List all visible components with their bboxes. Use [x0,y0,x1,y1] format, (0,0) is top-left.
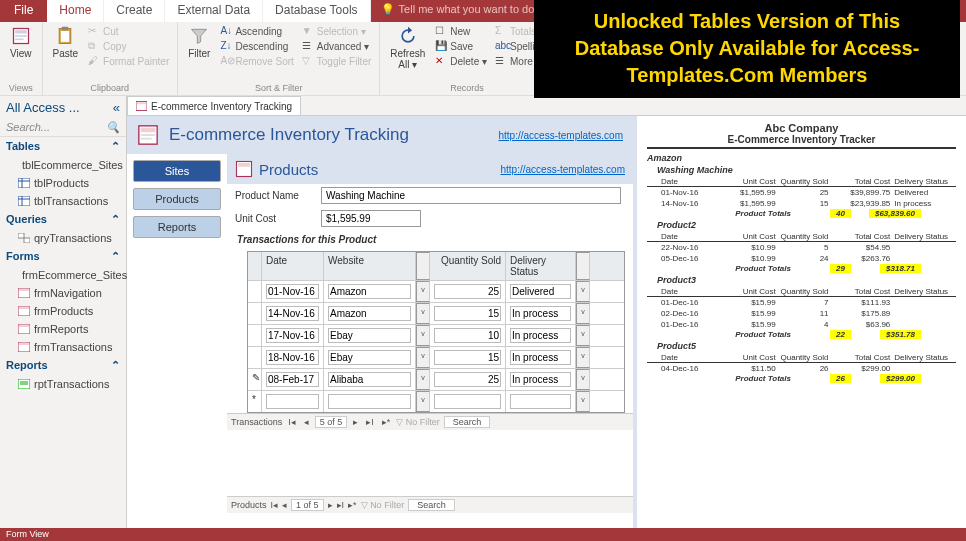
dropdown-icon[interactable]: v [416,369,430,390]
nav-item-table[interactable]: tblProducts [0,174,126,192]
nav-last-button[interactable]: ▸I [337,500,345,510]
nav-new-button[interactable]: ▸* [380,417,393,427]
nav-item-table[interactable]: tblEcommerce_Sites [0,156,126,174]
nav-search-input[interactable]: Search... [6,121,50,134]
row-selector[interactable] [248,325,262,346]
dropdown-icon[interactable]: v [416,303,430,324]
nav-search[interactable]: Search [408,499,455,511]
row-selector[interactable] [248,347,262,368]
grid-row[interactable]: v v [248,346,624,368]
collapse-icon[interactable]: ⌃ [111,250,120,263]
website-cell[interactable] [328,350,411,365]
nav-item-report[interactable]: rptTransactions [0,375,126,393]
collapse-icon[interactable]: ⌃ [111,213,120,226]
unit-cost-input[interactable] [321,210,421,227]
dropdown-icon[interactable]: v [576,303,590,324]
date-cell[interactable] [266,306,319,321]
nav-button-sites[interactable]: Sites [133,160,221,182]
subform-link[interactable]: http://access-templates.com [501,164,626,175]
row-selector[interactable]: ✎ [248,369,262,390]
nav-prev-button[interactable]: ◂ [302,417,311,427]
delete-record-button[interactable]: ✕Delete ▾ [433,54,489,68]
date-cell[interactable] [266,394,319,409]
dropdown-icon[interactable]: v [416,325,430,346]
dropdown-icon[interactable]: v [576,347,590,368]
nav-search[interactable]: Search [444,416,491,428]
col-website[interactable]: Website [324,252,416,280]
website-cell[interactable] [328,306,411,321]
dropdown-icon[interactable]: v [576,325,590,346]
dropdown-icon[interactable]: v [416,347,430,368]
website-cell[interactable] [328,328,411,343]
tab-create[interactable]: Create [104,0,165,22]
nav-section-tables[interactable]: Tables [6,140,40,153]
nav-item-table[interactable]: tblTransactions [0,192,126,210]
website-cell[interactable] [328,394,411,409]
date-cell[interactable] [266,350,319,365]
col-quantity[interactable]: Quantity Sold [430,252,506,280]
nav-item-form[interactable]: frmReports [0,320,126,338]
collapse-icon[interactable]: ⌃ [111,359,120,372]
date-cell[interactable] [266,328,319,343]
tab-file[interactable]: File [0,0,47,22]
grid-row[interactable]: ✎ v v [248,368,624,390]
dropdown-icon[interactable]: v [416,281,430,302]
nav-item-form[interactable]: frmTransactions [0,338,126,356]
search-icon[interactable]: 🔍 [106,121,120,134]
grid-row[interactable]: v v [248,302,624,324]
row-selector[interactable] [248,303,262,324]
nav-button-reports[interactable]: Reports [133,216,221,238]
tab-database-tools[interactable]: Database Tools [263,0,371,22]
view-button[interactable]: View [6,24,36,61]
sort-ascending-button[interactable]: A↓Ascending [218,24,295,38]
status-cell[interactable] [510,372,571,387]
nav-next-button[interactable]: ▸ [328,500,333,510]
quantity-cell[interactable] [434,372,501,387]
nav-section-queries[interactable]: Queries [6,213,47,226]
status-cell[interactable] [510,306,571,321]
shutter-icon[interactable]: « [113,100,120,115]
nav-button-products[interactable]: Products [133,188,221,210]
quantity-cell[interactable] [434,350,501,365]
grid-row[interactable]: v v [248,280,624,302]
paste-button[interactable]: Paste [49,24,83,61]
nav-title[interactable]: All Access ... [6,100,80,115]
nav-item-form[interactable]: frmProducts [0,302,126,320]
filter-button[interactable]: Filter [184,24,214,61]
dropdown-icon[interactable]: v [576,369,590,390]
tab-external-data[interactable]: External Data [165,0,263,22]
status-cell[interactable] [510,328,571,343]
nav-item-query[interactable]: qryTransactions [0,229,126,247]
advanced-button[interactable]: ☰Advanced ▾ [300,39,373,53]
row-selector[interactable] [248,281,262,302]
tab-home[interactable]: Home [47,0,104,22]
nav-prev-button[interactable]: ◂ [282,500,287,510]
website-cell[interactable] [328,284,411,299]
document-tab[interactable]: E-commerce Inventory Tracking [127,96,301,115]
dropdown-icon[interactable]: v [576,391,590,412]
new-record-button[interactable]: ☐New [433,24,489,38]
status-cell[interactable] [510,394,571,409]
nav-section-forms[interactable]: Forms [6,250,40,263]
quantity-cell[interactable] [434,394,501,409]
date-cell[interactable] [266,372,319,387]
website-cell[interactable] [328,372,411,387]
quantity-cell[interactable] [434,306,501,321]
nav-first-button[interactable]: I◂ [271,500,279,510]
sort-descending-button[interactable]: Z↓Descending [218,39,295,53]
nav-first-button[interactable]: I◂ [286,417,298,427]
nav-next-button[interactable]: ▸ [351,417,360,427]
col-status[interactable]: Delivery Status [506,252,576,280]
header-link[interactable]: http://access-templates.com [499,130,624,141]
grid-row[interactable]: * v v [248,390,624,412]
nav-item-form[interactable]: frmNavigation [0,284,126,302]
dropdown-icon[interactable]: v [576,281,590,302]
date-cell[interactable] [266,284,319,299]
save-record-button[interactable]: 💾Save [433,39,489,53]
grid-row[interactable]: v v [248,324,624,346]
quantity-cell[interactable] [434,328,501,343]
status-cell[interactable] [510,350,571,365]
product-name-input[interactable] [321,187,621,204]
col-date[interactable]: Date [262,252,324,280]
quantity-cell[interactable] [434,284,501,299]
